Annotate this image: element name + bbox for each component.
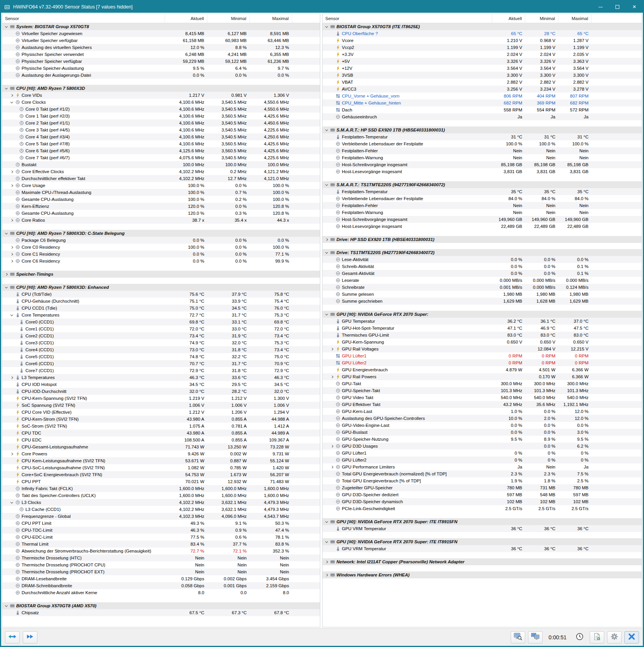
chevron-right-icon[interactable]	[9, 258, 15, 265]
sensor-row[interactable]: GPU D3D-Speicher dynamisch102 MB102 MB10…	[323, 498, 642, 505]
sensor-row[interactable]: CPU-EDC-Limit77.5 %0.6 %78.1 %	[2, 534, 320, 541]
sensor-row[interactable]: CPU Kern-Leistungsaufnahme (SVI2 TFN)53.…	[2, 457, 320, 464]
sensor-group-header[interactable]: BIOSTAR Group X570GT8 (AMD X570)	[2, 602, 320, 609]
chevron-down-icon[interactable]	[9, 499, 15, 506]
close-sensors-button[interactable]	[624, 631, 639, 644]
sensor-row[interactable]: Schreibrate0.001 MB/s0.000 MB/s0.124 MB/…	[323, 284, 642, 291]
fast-forward-button[interactable]	[23, 631, 37, 644]
sensor-row[interactable]: Host-Schreibvorgänge insgesamt85,198 GB8…	[323, 161, 642, 168]
sensor-row[interactable]: CPU_Mitte + Gehäuse_hinten682 RPM369 RPM…	[323, 99, 642, 106]
sensor-group-header[interactable]: Drive: TS1TMTE220S (94277190F42668340072…	[323, 249, 642, 256]
sensor-row[interactable]: Vccp21.199 V1.199 V1.199 V	[323, 44, 642, 51]
sensor-row[interactable]: Durchschnittliche Anzahl aktiver Kerne8.…	[2, 589, 320, 596]
sensor-row[interactable]: Maximale CPU-/Thread-Auslastung100.0 %0.…	[2, 189, 320, 196]
sensor-row[interactable]: Core 6 Takt (perf #5/6)4,125.6 MHz3,560.…	[2, 147, 320, 154]
sensor-row[interactable]: Thermisches GPU-Limit83.0 °C83.0 °C83.0 …	[323, 332, 642, 339]
sensor-group-header[interactable]: BIOSTAR Group X570GT8 (ITE IT8625E)	[323, 23, 642, 30]
sensor-row[interactable]: Core4 (CCD1)73.0 °C31.8 °C73.4 °C	[2, 346, 320, 353]
sensor-group-header[interactable]: System: BIOSTAR Group X570GT8	[2, 23, 320, 30]
chevron-right-icon[interactable]	[330, 463, 335, 470]
sensor-row[interactable]: CPU-Gehäuse (Durchschnitt)75.1 °C33.9 °C…	[2, 298, 320, 305]
sensor-row[interactable]: Festplatten-FehlerNeinNeinNein	[323, 147, 642, 154]
sensor-row[interactable]: CPU (Tctl/Tdie)75.6 °C37.9 °C75.8 °C	[2, 291, 320, 298]
sensor-row[interactable]: Core VIDs1.217 V0.981 V1.306 V	[2, 92, 320, 99]
chevron-right-icon[interactable]	[9, 217, 15, 224]
column-header-sensor[interactable]: Sensor	[323, 14, 492, 23]
sensor-row[interactable]: Auslastung des GPU-Speicher-Controllers1…	[323, 415, 642, 422]
settings-button[interactable]	[607, 631, 622, 644]
sensor-row[interactable]: Core0 (CCD1)69.8 °C33.1 °C69.8 °C	[2, 318, 320, 325]
sensor-group-header[interactable]: CPU [#0]: AMD Ryzen 7 5800X3D	[2, 85, 320, 92]
sensor-row[interactable]: GPU Rail Voltages12.084 V12.215 V	[323, 345, 642, 352]
sensor-row[interactable]: Festplatten-Temperatur31 °C31 °C31 °C	[323, 133, 642, 140]
sensor-row[interactable]: VBAT2.882 V2.882 V2.882 V	[323, 79, 642, 86]
sensor-row[interactable]: GPU Effektiver Takt43.2 MHz35.6 MHz1,192…	[323, 401, 642, 408]
sensor-row[interactable]: Physische Speicher-Auslastung9.5 %6.4 %9…	[2, 65, 320, 72]
sensor-row[interactable]: L3 Cache (CCD1)4,102.2 MHz3,632.1 MHz4,4…	[2, 506, 320, 513]
sensor-row[interactable]: CPU-TDC-Limit46.3 %0.9 %47.4 %	[2, 527, 320, 534]
sensor-row[interactable]: GPU-Kern-Spannung0.650 V0.650 V0.650 V	[323, 339, 642, 345]
chevron-right-icon[interactable]	[324, 558, 330, 565]
reset-minmax-button[interactable]	[5, 631, 20, 644]
sensor-row[interactable]: Festplatten-FehlerNeinNeinNein	[323, 202, 642, 209]
chevron-down-icon[interactable]	[4, 284, 9, 291]
sensor-row[interactable]: Core 7 Takt (perf #6/7)4,075.6 MHz3,540.…	[2, 154, 320, 161]
sensor-row[interactable]: Core1 (CCD1)72.0 °C33.0 °C72.0 °C	[2, 325, 320, 332]
sensor-row[interactable]: Core C1 Residency0.0 %0.0 %77.1 %	[2, 251, 320, 258]
chevron-right-icon[interactable]	[330, 345, 335, 352]
system-summary-button[interactable]	[511, 631, 525, 644]
sensor-row[interactable]: Zugeteilter GPU-Speicher780 MB731 MB780 …	[323, 484, 642, 491]
sensor-row[interactable]: L3 Temperatures46.3 °C33.6 °C46.3 °C	[2, 374, 320, 381]
sensor-row[interactable]: GPU VRM Temperatur36 °C36 °C36 °C	[323, 545, 642, 552]
chevron-right-icon[interactable]	[330, 373, 335, 380]
sensor-row[interactable]: Core 1 Takt (perf #2/3)4,100.6 MHz3,560.…	[2, 113, 320, 120]
sensor-row[interactable]: Core7 (CCD1)72.9 °C31.8 °C72.9 °C	[2, 367, 320, 374]
sensor-row[interactable]: Takt des Speicher-Controllers (UCLK)1,60…	[2, 492, 320, 499]
sensor-row[interactable]: CPU_Vorne + Gehäuse_vorn806 RPM404 RPM80…	[323, 93, 642, 99]
column-header-minimal[interactable]: Minimal	[525, 14, 558, 23]
sensor-row[interactable]: Total GPU Energieverbrauch [% of TDP]1.9…	[323, 477, 642, 484]
sensor-row[interactable]: CPU-Kern-Strom (SVI2 TFN)43.980 A0.855 A…	[2, 416, 320, 423]
sensor-row[interactable]: CPU-SoC-Leistungsaufnahme (SVI2 TFN)1.08…	[2, 464, 320, 471]
chevron-down-icon[interactable]	[324, 311, 330, 318]
sensor-row[interactable]: Abweichung der Stromverbrauchs-Berichter…	[2, 548, 320, 554]
sensor-row[interactable]: Thermische Drosselung (PROCHOT EXT)NeinN…	[2, 568, 320, 575]
chevron-down-icon[interactable]	[9, 99, 15, 106]
sensor-group-header[interactable]: GPU [#0]: NVIDIA GeForce RTX 2070 Super:…	[323, 538, 642, 545]
chevron-down-icon[interactable]	[324, 538, 330, 545]
chevron-right-icon[interactable]	[9, 168, 15, 175]
sensor-row[interactable]: GPU-Speicher-Nutzung9.5 %8.9 %9.5 %	[323, 436, 642, 443]
sensor-row[interactable]: DRAM-Lesebandbreite0.129 Gbps0.002 Gbps3…	[2, 575, 320, 582]
chevron-right-icon[interactable]	[9, 92, 15, 99]
sensor-row[interactable]: +5V3.326 V3.326 V3.363 V	[323, 58, 642, 65]
minimize-button[interactable]	[592, 1, 609, 13]
sensor-row[interactable]: Core3 (CCD1)74.9 °C32.0 °C75.3 °C	[2, 339, 320, 346]
sensor-group-header[interactable]: CPU [#0]: AMD Ryzen 7 5800X3D: Enhanced	[2, 284, 320, 291]
sensor-row[interactable]: GPU D3D-Speicher dediziert597 MB548 MB59…	[323, 491, 642, 498]
sensor-group-header[interactable]: Speicher-Timings	[2, 271, 320, 278]
sensor-row[interactable]: Durchschnittlicher effektiver Takt4,102.…	[2, 175, 320, 182]
sensor-row[interactable]: Leserate0.000 MB/s0.000 MB/s0.000 MB/s	[323, 277, 642, 284]
sensor-row[interactable]: Core Clocks4,100.6 MHz3,540.5 MHz4,550.6…	[2, 99, 320, 106]
sensor-row[interactable]: Kern-Effizienz120.0 %0.0 %120.8 %	[2, 203, 320, 210]
chevron-down-icon[interactable]	[4, 85, 9, 92]
sensor-row[interactable]: CPU PPT Limit49.3 %9.1 %50.3 %	[2, 520, 320, 527]
sensor-row[interactable]: Core 4 Takt (perf #3/4)4,100.6 MHz3,540.…	[2, 133, 320, 140]
chevron-right-icon[interactable]	[9, 374, 15, 381]
chevron-down-icon[interactable]	[4, 602, 9, 609]
sensor-row[interactable]: Host-Lesevorgänge insgesamt3,831 GB3,831…	[323, 168, 642, 175]
chevron-down-icon[interactable]	[4, 23, 9, 30]
sensor-row[interactable]: GehäuseeinbruchJaJaJa	[323, 113, 642, 120]
sensor-row[interactable]: CPU-Kern-Spannung (SVI2 TFN)1.219 V1.212…	[2, 395, 320, 402]
sensor-row[interactable]: Gesamte CPU-Auslastung100.0 %0.2 %100.0 …	[2, 196, 320, 203]
sensor-row[interactable]: GPU-Takt300.0 MHz300.0 MHz300.0 MHz	[323, 380, 642, 387]
sensor-row[interactable]: Virtueller Speicher verfügbar61,158 MB60…	[2, 37, 320, 44]
sensor-row[interactable]: Core 3 Takt (perf #4/5)4,100.6 MHz3,540.…	[2, 126, 320, 133]
sensor-row[interactable]: CPU CCD1 (Tdie)75.0 °C34.5 °C76.0 °C	[2, 305, 320, 312]
sensor-row[interactable]: Core5 (CCD1)74.8 °C32.2 °C75.0 °C	[2, 353, 320, 360]
sensor-row[interactable]: Core Effective Clocks4,102.2 MHz0.2 MHz4…	[2, 168, 320, 175]
sensor-row[interactable]: Thermische Drosselung (HTC)NeinNeinNein	[2, 554, 320, 561]
sensor-row[interactable]: Virtueller Speicher zugewiesen8,415 MB6,…	[2, 30, 320, 37]
sensor-row[interactable]: Core Powers9.426 W0.002 W9.731 W	[2, 450, 320, 457]
remote-monitoring-button[interactable]	[528, 631, 543, 644]
